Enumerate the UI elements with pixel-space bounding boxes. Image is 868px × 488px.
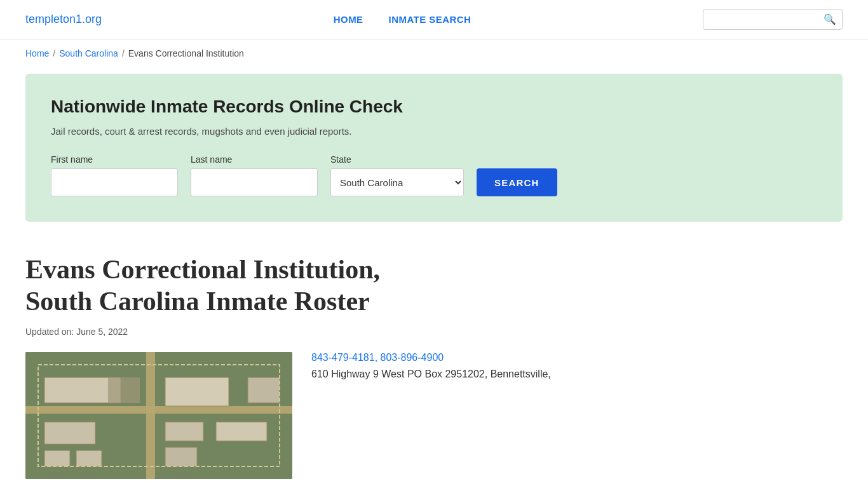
facility-phone[interactable]: 843-479-4181, 803-896-4900	[311, 352, 843, 363]
search-button[interactable]: SEARCH	[477, 168, 557, 196]
site-logo[interactable]: templeton1.org	[25, 13, 102, 26]
svg-rect-9	[248, 377, 280, 403]
inmate-search-widget: Nationwide Inmate Records Online Check J…	[25, 74, 843, 222]
facility-details: 843-479-4181, 803-896-4900 610 Highway 9…	[25, 352, 843, 479]
breadcrumb-state[interactable]: South Carolina	[59, 48, 118, 58]
svg-rect-6	[165, 377, 229, 406]
svg-rect-3	[146, 352, 155, 479]
svg-rect-8	[216, 422, 267, 441]
main-nav: HOME INMATE SEARCH	[334, 14, 471, 25]
facility-aerial-svg	[25, 352, 292, 479]
breadcrumb-home[interactable]: Home	[25, 48, 49, 58]
nav-inmate-search[interactable]: INMATE SEARCH	[389, 14, 471, 25]
updated-date: Updated on: June 5, 2022	[25, 327, 843, 337]
svg-rect-13	[108, 377, 140, 403]
svg-rect-10	[44, 451, 70, 466]
header-search-box: 🔍	[703, 9, 843, 30]
svg-rect-12	[165, 447, 197, 466]
widget-title: Nationwide Inmate Records Online Check	[51, 97, 817, 117]
last-name-group: Last name	[191, 154, 318, 196]
facility-address: 610 Highway 9 West PO Box 2951202, Benne…	[311, 369, 843, 380]
first-name-input[interactable]	[51, 168, 178, 196]
state-label: State	[330, 154, 464, 165]
breadcrumb-sep-1: /	[53, 48, 55, 58]
breadcrumb-sep-2: /	[122, 48, 125, 58]
svg-rect-7	[165, 422, 203, 441]
svg-rect-5	[44, 422, 95, 444]
first-name-group: First name	[51, 154, 178, 196]
header: templeton1.org HOME INMATE SEARCH 🔍	[0, 0, 868, 39]
breadcrumb-current: Evans Correctional Institution	[128, 48, 244, 58]
page-title: Evans Correctional Institution, South Ca…	[25, 254, 407, 318]
last-name-input[interactable]	[191, 168, 318, 196]
breadcrumb: Home / South Carolina / Evans Correction…	[0, 39, 868, 67]
svg-rect-11	[76, 451, 102, 466]
search-form: First name Last name State South Carolin…	[51, 154, 817, 196]
state-group: State South Carolina Alabama Alaska Ariz…	[330, 154, 464, 196]
main-content: Evans Correctional Institution, South Ca…	[0, 241, 868, 488]
facility-image	[25, 352, 292, 479]
widget-subtitle: Jail records, court & arrest records, mu…	[51, 126, 817, 137]
facility-info: 843-479-4181, 803-896-4900 610 Highway 9…	[311, 352, 843, 380]
nav-home[interactable]: HOME	[334, 14, 363, 25]
svg-rect-2	[25, 406, 292, 414]
search-icon: 🔍	[824, 13, 836, 25]
first-name-label: First name	[51, 154, 178, 165]
header-search-input[interactable]	[710, 15, 821, 25]
state-select[interactable]: South Carolina Alabama Alaska Arizona Ca…	[330, 168, 464, 196]
last-name-label: Last name	[191, 154, 318, 165]
